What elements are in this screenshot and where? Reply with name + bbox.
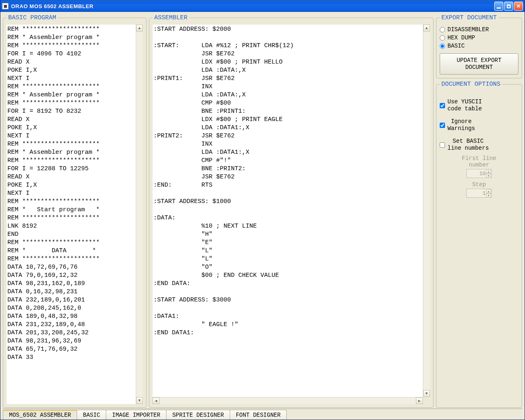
assembler-code-editor[interactable]: [153, 25, 423, 397]
scroll-right-icon[interactable]: ▶: [416, 397, 423, 404]
basic-code-editor[interactable]: [7, 25, 136, 404]
first-line-label: First line number: [462, 155, 496, 168]
step-group: Step 1 ▲▼: [440, 181, 518, 198]
first-line-value: 10: [479, 171, 486, 177]
check-ignore-warnings[interactable]: Ignore Warnings: [440, 118, 518, 132]
radio-disassembler-label: DISASSEMBLER: [447, 26, 489, 33]
radio-hexdump-label: HEX DUMP: [447, 34, 475, 41]
step-label: Step: [472, 181, 486, 188]
basic-scrollbar-v[interactable]: ▲ ▼: [136, 25, 143, 404]
check-ignore-warnings-input[interactable]: [440, 123, 445, 128]
radio-basic-input[interactable]: [440, 43, 445, 49]
radio-disassembler[interactable]: DISASSEMBLER: [440, 26, 518, 33]
step-input[interactable]: 1 ▲▼: [466, 189, 492, 198]
minimize-button[interactable]: [494, 2, 503, 11]
scroll-down-icon[interactable]: ▼: [136, 397, 143, 404]
check-set-line-numbers[interactable]: Set BASIC line numbers: [440, 138, 518, 152]
first-line-number-input[interactable]: 10 ▲▼: [466, 169, 492, 178]
check-ignore-warnings-label: Ignore Warnings: [447, 118, 475, 132]
radio-basic-label: BASIC: [447, 43, 465, 49]
export-document-panel: EXPORT DOCUMENT DISASSEMBLER HEX DUMP BA…: [436, 14, 522, 78]
check-yuscii-input[interactable]: [440, 103, 445, 108]
radio-hexdump[interactable]: HEX DUMP: [440, 34, 518, 41]
spin-up-icon[interactable]: ▲: [486, 170, 491, 174]
spin-down-icon[interactable]: ▼: [486, 194, 491, 198]
window-title: ORAO MOS 6502 ASSEMBLER: [11, 3, 494, 9]
check-yuscii-label: Use YUSCII code table: [447, 98, 482, 112]
basic-program-legend: BASIC PROGRAM: [7, 14, 58, 21]
assembler-panel: ASSEMBLER ▲ ▼ ◀: [149, 14, 434, 408]
assembler-scrollbar-v[interactable]: ▲ ▼: [423, 25, 430, 397]
radio-basic[interactable]: BASIC: [440, 43, 518, 49]
scroll-up-icon[interactable]: ▲: [423, 25, 430, 32]
tab-sprite-designer[interactable]: SPRITE DESIGNER: [166, 410, 230, 420]
assembler-legend: ASSEMBLER: [153, 14, 189, 21]
step-value: 1: [482, 190, 486, 196]
options-legend: DOCUMENT OPTIONS: [440, 81, 502, 88]
check-yuscii[interactable]: Use YUSCII code table: [440, 98, 518, 112]
app-icon: ▦: [2, 3, 9, 9]
first-line-group: First line number 10 ▲▼: [440, 155, 518, 178]
maximize-button[interactable]: [504, 2, 513, 11]
scroll-left-icon[interactable]: ◀: [153, 397, 160, 404]
check-set-line-numbers-input[interactable]: [440, 142, 445, 148]
basic-program-panel: BASIC PROGRAM ▲ ▼: [3, 14, 146, 408]
tab-font-designer[interactable]: FONT DESIGNER: [230, 410, 287, 420]
document-options-panel: DOCUMENT OPTIONS Use YUSCII code table I…: [436, 81, 522, 408]
assembler-scrollbar-h[interactable]: ◀ ▶: [153, 397, 423, 404]
scroll-up-icon[interactable]: ▲: [136, 25, 143, 32]
spin-up-icon[interactable]: ▲: [486, 189, 491, 194]
tab-image-importer[interactable]: IMAGE IMPORTER: [106, 410, 167, 420]
export-legend: EXPORT DOCUMENT: [440, 14, 498, 21]
check-set-line-numbers-label: Set BASIC line numbers: [447, 138, 489, 152]
radio-hexdump-input[interactable]: [440, 35, 445, 41]
spin-down-icon[interactable]: ▼: [486, 174, 491, 178]
titlebar: ▦ ORAO MOS 6502 ASSEMBLER ✕: [0, 0, 525, 12]
tab-assembler[interactable]: MOS_6502 ASSEMBLER: [3, 410, 77, 420]
close-button[interactable]: ✕: [514, 2, 523, 11]
tab-bar: MOS_6502 ASSEMBLER BASIC IMAGE IMPORTER …: [0, 409, 525, 420]
radio-disassembler-input[interactable]: [440, 27, 445, 32]
scroll-down-icon[interactable]: ▼: [423, 390, 430, 397]
tab-basic[interactable]: BASIC: [77, 410, 106, 420]
update-export-button[interactable]: UPDATE EXPORT DOCUMENT: [440, 53, 518, 75]
